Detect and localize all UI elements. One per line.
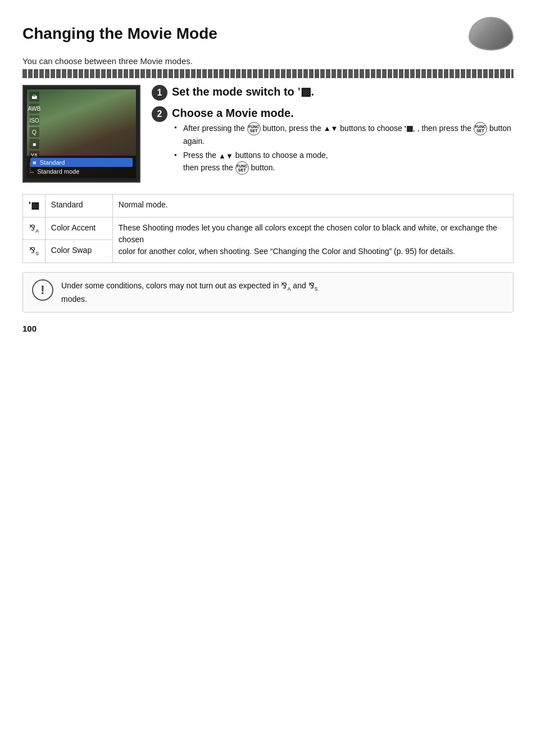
table-cell-icon-ca: ⅋A (23, 218, 46, 240)
note-icon-ca-inline: ⅋A (281, 281, 290, 290)
camera-menu-items: ■ Standard – Standard mode (27, 156, 136, 178)
note-icon: ! (32, 279, 53, 301)
note-and: and (293, 281, 308, 290)
steps-instructions: 1 Set the mode switch to '▩. 2 Choose a … (152, 85, 514, 183)
table-cell-desc-combined: These Shooting modes let you change all … (112, 218, 513, 263)
note-text: Under some conditions, colors may not tu… (61, 279, 318, 306)
page-title-area: Changing the Movie Mode (22, 17, 514, 51)
camera-screen-image: 🏔 AWB ISO Q ■ YA {% } ■ Standard – Stand… (22, 85, 140, 183)
step-1-heading: Set the mode switch to '▩. (172, 85, 314, 98)
striped-divider (22, 69, 514, 78)
steps-area: 🏔 AWB ISO Q ■ YA {% } ■ Standard – Stand… (22, 85, 514, 183)
menu-dash-icon: – (30, 168, 34, 175)
step-2-bullet-1: After pressing the FUNCSET button, press… (172, 122, 514, 147)
step-1-number: 1 (152, 85, 167, 101)
step-1: 1 Set the mode switch to '▩. (152, 85, 514, 101)
title-decorative-icon (469, 17, 514, 51)
table-row-standard: '▩ Standard Normal mode. (23, 194, 514, 218)
menu-item-standard: ■ Standard (30, 158, 133, 167)
step-2: 2 Choose a Movie mode. After pressing th… (152, 106, 514, 177)
table-cell-name-ca: Color Accent (45, 218, 112, 240)
camera-menu-overlay: ■ Standard – Standard mode (27, 89, 136, 178)
menu-movie-icon: ■ (33, 159, 37, 166)
step-2-number: 2 (152, 106, 167, 122)
movie-mode-icon-inline: '▩. (297, 85, 314, 98)
page-title: Changing the Movie Mode (22, 25, 217, 43)
arrow-up-down-1: ▲▼ (324, 123, 338, 134)
table-cell-desc-standard: Normal mode. (112, 194, 513, 218)
page-subtitle: You can choose between three Movie modes… (22, 56, 514, 66)
movie-mode-icon-2: '▩ (405, 123, 413, 134)
table-cell-icon-cs: ⅋S (23, 240, 46, 262)
color-accent-mode-icon: ⅋A (29, 223, 39, 232)
menu-item-standard-label: Standard (40, 159, 65, 166)
table-row-color-accent: ⅋A Color Accent These Shooting modes let… (23, 218, 514, 240)
step-2-bullets: After pressing the FUNCSET button, press… (172, 122, 514, 175)
arrow-up-down-2: ▲▼ (219, 151, 233, 162)
step-1-content: Set the mode switch to '▩. (172, 85, 314, 101)
table-cell-name-standard: Standard (45, 194, 112, 218)
step-2-bullet-2: Press the ▲▼ buttons to choose a mode, t… (172, 150, 514, 175)
menu-item-standard-mode: – Standard mode (30, 167, 133, 176)
step-2-content: Choose a Movie mode. After pressing the … (172, 106, 514, 177)
menu-item-mode-label: Standard mode (37, 168, 79, 175)
modes-table: '▩ Standard Normal mode. ⅋A Color Accent… (22, 194, 514, 263)
standard-mode-icon: '▩ (29, 201, 39, 210)
note-icon-cs-inline: ⅋S (308, 281, 318, 290)
table-cell-icon-standard: '▩ (23, 194, 46, 218)
page-number: 100 (22, 324, 514, 333)
note-box: ! Under some conditions, colors may not … (22, 272, 514, 313)
color-swap-mode-icon: ⅋S (29, 246, 39, 255)
func-set-button-3: FUNCSET (235, 161, 249, 175)
step-2-heading: Choose a Movie mode. (172, 106, 514, 120)
func-set-button-1: FUNCSET (247, 122, 261, 135)
func-set-button-2: FUNCSET (474, 122, 487, 135)
table-cell-name-cs: Color Swap (45, 240, 112, 262)
